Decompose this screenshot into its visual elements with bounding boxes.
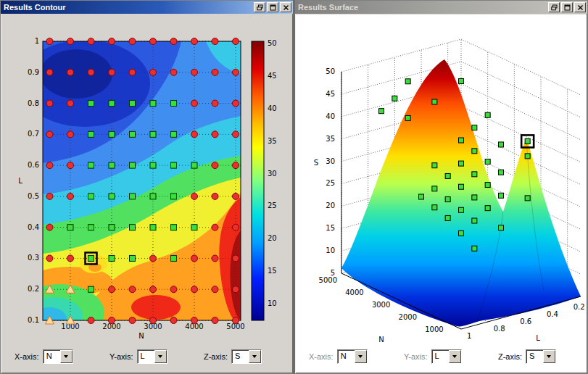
maximize-button[interactable] <box>561 2 573 12</box>
data-point-circle[interactable] <box>46 162 53 169</box>
data-point-circle[interactable] <box>170 317 177 324</box>
data-point-square[interactable] <box>191 225 197 230</box>
data-point-square[interactable] <box>150 225 156 230</box>
data-point-circle[interactable] <box>129 317 136 324</box>
x-axis-select[interactable]: N <box>337 349 368 364</box>
data-point-square[interactable] <box>130 225 136 230</box>
data-point-square[interactable] <box>525 196 530 201</box>
data-point-circle[interactable] <box>233 224 239 230</box>
data-point-square[interactable] <box>405 115 410 120</box>
data-point-circle[interactable] <box>67 255 74 262</box>
data-point-circle[interactable] <box>150 286 157 293</box>
data-point-circle[interactable] <box>129 38 136 45</box>
chevron-down-icon[interactable] <box>249 350 261 363</box>
data-point-circle[interactable] <box>191 69 198 75</box>
data-point-circle[interactable] <box>191 193 198 199</box>
data-point-circle[interactable] <box>67 162 74 169</box>
close-button[interactable] <box>280 2 291 12</box>
data-point-square[interactable] <box>472 246 477 251</box>
data-point-square[interactable] <box>67 225 73 230</box>
data-point-square[interactable] <box>499 225 504 230</box>
data-point-square[interactable] <box>499 193 504 198</box>
data-point-circle[interactable] <box>233 286 239 293</box>
data-point-square[interactable] <box>419 194 424 199</box>
data-point-circle[interactable] <box>170 69 177 75</box>
maximize-button[interactable] <box>267 2 278 12</box>
data-point-circle[interactable] <box>150 317 157 324</box>
data-point-square[interactable] <box>499 142 504 147</box>
data-point-square[interactable] <box>445 197 450 202</box>
data-point-square[interactable] <box>109 225 115 230</box>
data-point-circle[interactable] <box>67 38 74 45</box>
data-point-circle[interactable] <box>191 100 198 107</box>
chevron-down-icon[interactable] <box>543 350 555 363</box>
data-point-circle[interactable] <box>109 38 115 45</box>
data-point-circle[interactable] <box>150 255 157 262</box>
data-point-circle[interactable] <box>46 224 53 230</box>
data-point-square[interactable] <box>109 101 115 107</box>
data-point-circle[interactable] <box>212 224 218 230</box>
data-point-circle[interactable] <box>129 69 136 75</box>
data-point-circle[interactable] <box>88 38 94 45</box>
data-point-square[interactable] <box>150 162 156 168</box>
data-point-square[interactable] <box>150 194 156 199</box>
data-point-square[interactable] <box>472 218 477 223</box>
data-point-circle[interactable] <box>88 317 94 324</box>
data-point-square[interactable] <box>88 194 94 199</box>
data-point-square[interactable] <box>171 225 177 230</box>
data-point-circle[interactable] <box>109 317 115 324</box>
data-point-circle[interactable] <box>150 69 157 75</box>
data-point-square[interactable] <box>171 162 177 168</box>
data-point-circle[interactable] <box>46 38 53 45</box>
data-point-square[interactable] <box>485 112 490 117</box>
data-point-square[interactable] <box>525 138 530 144</box>
chevron-down-icon[interactable] <box>154 350 167 363</box>
contour-titlebar[interactable]: Results Contour <box>1 1 293 14</box>
data-point-circle[interactable] <box>191 38 198 45</box>
data-point-circle[interactable] <box>212 286 218 293</box>
data-point-circle[interactable] <box>150 38 157 45</box>
surface-mesh[interactable] <box>341 59 581 326</box>
z-axis-select[interactable]: S <box>526 349 556 364</box>
close-button[interactable] <box>574 2 586 12</box>
data-point-circle[interactable] <box>233 38 239 45</box>
data-point-square[interactable] <box>472 195 477 200</box>
x-axis-select[interactable]: N <box>43 349 73 364</box>
data-point-circle[interactable] <box>212 193 218 199</box>
data-point-square[interactable] <box>459 79 464 84</box>
data-point-square[interactable] <box>432 99 437 104</box>
data-point-circle[interactable] <box>46 69 53 75</box>
data-point-square[interactable] <box>88 131 94 137</box>
data-point-square[interactable] <box>525 154 530 159</box>
data-point-circle[interactable] <box>109 69 115 75</box>
contour-field[interactable] <box>15 40 241 342</box>
data-point-circle[interactable] <box>212 38 218 45</box>
dock-button[interactable] <box>548 2 560 12</box>
data-point-square[interactable] <box>459 207 464 212</box>
data-point-circle[interactable] <box>88 69 94 75</box>
data-point-circle[interactable] <box>191 286 198 293</box>
data-point-square[interactable] <box>88 225 94 230</box>
data-point-square[interactable] <box>88 162 94 168</box>
data-point-circle[interactable] <box>46 255 53 262</box>
data-point-circle[interactable] <box>129 286 136 293</box>
data-point-circle[interactable] <box>233 131 239 138</box>
data-point-square[interactable] <box>109 194 115 199</box>
data-point-circle[interactable] <box>212 162 218 169</box>
data-point-circle[interactable] <box>46 131 53 138</box>
data-point-circle[interactable] <box>233 317 239 324</box>
y-axis-select[interactable]: L <box>431 349 462 364</box>
data-point-circle[interactable] <box>212 100 218 107</box>
data-point-square[interactable] <box>150 101 156 107</box>
data-point-square[interactable] <box>88 286 94 292</box>
data-point-circle[interactable] <box>191 255 198 262</box>
data-point-square[interactable] <box>109 131 115 137</box>
data-point-square[interactable] <box>432 163 437 168</box>
data-point-square[interactable] <box>130 101 136 107</box>
data-point-square[interactable] <box>171 101 177 107</box>
surface-plot-area[interactable]: 5101520253035404550500040003000200010001… <box>296 14 588 342</box>
data-point-square[interactable] <box>485 159 490 164</box>
data-point-circle[interactable] <box>67 69 74 75</box>
chevron-down-icon[interactable] <box>60 350 73 363</box>
data-point-square[interactable] <box>171 131 177 137</box>
